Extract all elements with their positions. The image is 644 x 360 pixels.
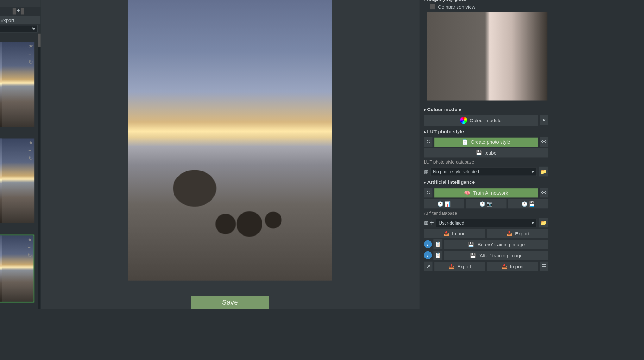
preset-title-1: Structure Clarity — [0, 130, 38, 139]
main-image-preview[interactable] — [128, 0, 332, 281]
colour-module-button[interactable]: Colour module — [424, 115, 538, 126]
brain-icon: 🧠 — [464, 190, 470, 196]
camera-icon: 📷 — [487, 201, 493, 207]
preset-title-0: Structure Original — [0, 33, 38, 42]
export-icon: 📤 — [506, 231, 513, 236]
colour-wheel-icon — [460, 117, 467, 124]
ai-snapshot-button[interactable]: 🕐📷 — [466, 199, 506, 209]
preset-item-2-selected[interactable]: ★+↻ — [0, 235, 34, 303]
import2-button[interactable]: 📥Import — [487, 262, 538, 271]
magnify-preview[interactable] — [427, 12, 547, 100]
import-icon: 📥 — [501, 264, 508, 269]
save-icon: 💾 — [476, 150, 482, 156]
left-panel: Default settings All: 24 Custom Structur… — [0, 0, 41, 309]
plus-file-icon: 📄 — [462, 139, 468, 145]
clock-icon: 🕐 — [521, 201, 528, 207]
list-icon[interactable]: ☰ — [540, 262, 548, 271]
plus-icon[interactable]: + — [28, 51, 33, 57]
chart-icon: 📊 — [445, 201, 451, 207]
save-button[interactable]: Save — [191, 296, 269, 309]
preset-title-2: Structure Soft details — [0, 226, 38, 235]
preset-list[interactable]: Structure Original ★+↻ Structure Clarity… — [0, 33, 41, 309]
save-icon: 💾 — [468, 241, 474, 247]
preset-item-0[interactable]: ★+↻ — [0, 42, 34, 127]
eye-icon[interactable]: 👁 — [540, 115, 548, 125]
cube-button[interactable]: 💾.cube — [424, 148, 548, 157]
refresh-icon[interactable]: ↻ — [28, 59, 33, 65]
preset-scrollbar[interactable] — [38, 33, 40, 309]
ai-history-button[interactable]: 🕐📊 — [424, 199, 464, 209]
ai-import-button[interactable]: 📥Import — [424, 229, 485, 238]
view-compare-buttons[interactable]: + — [0, 8, 41, 15]
before-image-button[interactable]: 💾'Before' training image — [444, 240, 548, 249]
grid-icon[interactable]: ▦ — [424, 169, 428, 174]
ai-filter-select[interactable]: User-defined▾ — [436, 219, 537, 227]
comparison-label: Comparison view — [438, 4, 475, 9]
info-icon[interactable]: i — [424, 251, 432, 259]
clock-icon: 🕐 — [479, 201, 486, 207]
ai-db-label: AI filter database — [424, 210, 548, 217]
clock-icon: 🕐 — [437, 201, 444, 207]
train-ai-button[interactable]: 🧠Train AI network — [434, 188, 538, 197]
export-all-icon[interactable]: ↗ — [424, 262, 433, 271]
star-icon[interactable]: ★ — [28, 236, 32, 243]
star-icon[interactable]: ★ — [28, 43, 33, 49]
eye-icon[interactable]: 👁 — [540, 137, 548, 147]
refresh-icon[interactable]: ↻ — [424, 137, 433, 147]
copy-icon[interactable]: 📋 — [433, 251, 442, 260]
lut-db-label: LUT photo style database — [424, 159, 548, 165]
copy-icon[interactable]: 📋 — [433, 239, 442, 249]
folder-icon[interactable]: 📁 — [539, 218, 548, 228]
info-icon[interactable]: i — [424, 240, 432, 248]
save-icon: 💾 — [470, 252, 476, 258]
plus-icon[interactable]: + — [28, 244, 32, 251]
import-icon: 📥 — [443, 231, 450, 236]
create-photo-style-button[interactable]: 📄Create photo style — [434, 137, 538, 146]
eye-icon[interactable]: 👁 — [540, 188, 548, 198]
grid-icon[interactable]: ▦ — [424, 220, 428, 226]
refresh-icon[interactable]: ↻ — [28, 252, 32, 258]
favourites-row[interactable]: Favourites — [0, 0, 41, 7]
save-icon: 💾 — [529, 201, 535, 207]
refresh-icon[interactable]: ↻ — [28, 155, 33, 162]
right-panel: Finalise Expert + 🔍 ⤱ − Magnifying glass… — [420, 0, 553, 309]
folder-icon[interactable]: 📁 — [539, 167, 548, 177]
ai-save-button[interactable]: 🕐💾 — [508, 199, 548, 209]
section-colour-module[interactable]: Colour module — [424, 105, 548, 114]
lut-style-select[interactable]: No photo style selected▾ — [430, 167, 537, 176]
export-btn[interactable]: Export — [0, 16, 41, 24]
center-panel: Save — [41, 0, 420, 309]
export-icon: 📤 — [448, 264, 455, 269]
refresh-icon[interactable]: ↻ — [424, 188, 433, 198]
comparison-checkbox[interactable] — [430, 4, 435, 9]
section-magnify[interactable]: Magnifying glass — [424, 0, 548, 3]
section-ai[interactable]: Artificial intelligence — [424, 178, 548, 187]
after-image-button[interactable]: 💾'After' training image — [444, 251, 548, 260]
ai-export-button[interactable]: 📤Export — [487, 229, 548, 238]
filter-select[interactable]: - No filter - — [0, 25, 38, 33]
add-icon[interactable]: ✚ — [430, 220, 434, 226]
section-lut-style[interactable]: LUT photo style — [424, 127, 548, 136]
preset-item-1[interactable]: ★+↻ — [0, 138, 34, 223]
star-icon[interactable]: ★ — [28, 139, 33, 146]
export2-button[interactable]: 📤Export — [434, 262, 485, 271]
plus-icon[interactable]: + — [28, 147, 33, 153]
